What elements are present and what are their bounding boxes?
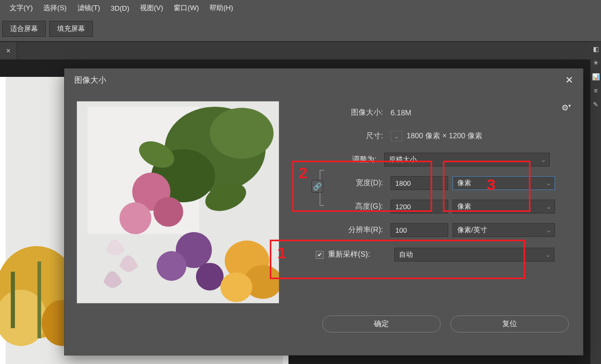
dimensions-label: 尺寸: — [294, 131, 391, 141]
preview-image — [77, 101, 279, 303]
chevron-down-icon: ⌵ — [395, 133, 398, 139]
fit-to-value: 原稿大小 — [389, 155, 417, 164]
fit-to-label: 调整为: — [294, 155, 384, 164]
chain-link-icon: 🔗 — [313, 183, 322, 191]
svg-point-13 — [153, 197, 183, 227]
svg-point-9 — [210, 108, 274, 159]
preview-thumbnail — [76, 101, 279, 304]
menu-help[interactable]: 帮助(H) — [204, 1, 238, 15]
histogram-icon[interactable]: 📊 — [591, 73, 600, 81]
close-tab-button[interactable]: × — [0, 42, 17, 59]
menu-select[interactable]: 选择(S) — [38, 1, 72, 15]
reset-button[interactable]: 复位 — [450, 315, 569, 333]
menu-3d[interactable]: 3D(D) — [105, 2, 135, 14]
dialog-title: 图像大小 — [74, 75, 106, 85]
chevron-down-icon: ⌵ — [542, 157, 545, 163]
menu-window[interactable]: 窗口(W) — [168, 1, 204, 15]
panel-icon-1[interactable]: ◧ — [591, 45, 600, 53]
right-dock: ◧ ☀ 📊 ≡ ✎ — [590, 42, 601, 364]
fit-screen-button[interactable]: 适合屏幕 — [2, 21, 46, 37]
image-size-value: 6.18M — [391, 108, 411, 117]
fill-screen-button[interactable]: 填充屏幕 — [49, 21, 93, 37]
constrain-proportions-toggle[interactable]: 🔗 — [311, 180, 323, 193]
svg-rect-5 — [37, 262, 41, 338]
chevron-down-icon: ⌵ — [547, 227, 550, 233]
dimensions-value: 1800 像素 × 1200 像素 — [407, 131, 482, 141]
options-bar: 适合屏幕 填充屏幕 — [0, 16, 601, 42]
menu-filter[interactable]: 滤镜(T) — [72, 1, 106, 15]
width-input[interactable] — [391, 176, 448, 190]
close-dialog-button[interactable]: ✕ — [565, 74, 573, 86]
chevron-down-icon: ⌵ — [547, 180, 550, 186]
chevron-down-icon: ⌵ — [547, 204, 550, 210]
height-input[interactable] — [391, 200, 448, 213]
svg-point-15 — [157, 251, 186, 281]
svg-point-16 — [196, 263, 224, 290]
gear-icon[interactable]: ⚙▾ — [561, 103, 571, 113]
menu-type[interactable]: 文字(Y) — [4, 1, 38, 15]
menu-view[interactable]: 视图(V) — [135, 1, 168, 15]
dimensions-unit-toggle[interactable]: ⌵ — [391, 131, 402, 141]
brush-icon[interactable]: ✎ — [591, 100, 600, 109]
resolution-label: 分辨率(R): — [294, 225, 391, 235]
chevron-down-icon: ⌵ — [547, 252, 550, 258]
menu-bar: 文字(Y) 选择(S) 滤镜(T) 3D(D) 视图(V) 窗口(W) 帮助(H… — [0, 0, 601, 16]
dialog-titlebar: 图像大小 ✕ — [65, 69, 583, 91]
resample-checkbox[interactable]: ✔ — [316, 251, 324, 259]
form-area: ⚙▾ 图像大小: 6.18M 尺寸: ⌵ 1800 像素 × 1200 像素 调… — [294, 101, 571, 306]
resolution-input[interactable] — [391, 223, 448, 237]
svg-rect-4 — [11, 272, 15, 328]
resample-label: 重新采样(S): — [328, 250, 394, 259]
height-label: 高度(G): — [294, 202, 391, 211]
height-unit-select[interactable]: 像素 ⌵ — [452, 200, 555, 213]
resample-value: 自动 — [399, 250, 413, 259]
list-icon[interactable]: ≡ — [591, 86, 600, 95]
dialog-footer: 确定 复位 — [65, 315, 583, 333]
ok-button[interactable]: 确定 — [322, 315, 441, 333]
image-size-dialog: 图像大小 ✕ — [64, 68, 583, 355]
resolution-unit-select[interactable]: 像素/英寸 ⌵ — [452, 223, 555, 237]
document-tab-bar: × — [0, 42, 601, 60]
width-unit-value: 像素 — [457, 178, 471, 188]
resolution-unit-value: 像素/英寸 — [457, 225, 487, 235]
image-size-label: 图像大小: — [294, 108, 391, 117]
width-label: 宽度(D): — [294, 178, 391, 188]
svg-point-12 — [120, 202, 152, 234]
resample-method-select[interactable]: 自动 ⌵ — [394, 248, 555, 262]
fit-to-select[interactable]: 原稿大小 ⌵ — [384, 153, 550, 167]
height-unit-value: 像素 — [457, 202, 471, 211]
svg-point-19 — [221, 272, 253, 302]
width-unit-select[interactable]: 像素 ⌵ — [452, 176, 555, 190]
brightness-icon[interactable]: ☀ — [591, 59, 600, 67]
check-icon: ✔ — [317, 252, 322, 258]
